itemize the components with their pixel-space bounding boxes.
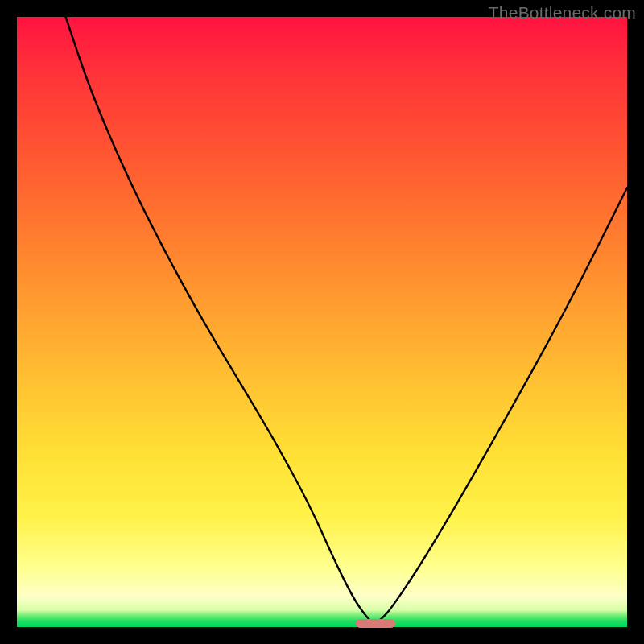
minimum-marker: [356, 619, 395, 628]
watermark-text: TheBottleneck.com: [489, 3, 636, 23]
curve-svg: [17, 17, 627, 627]
chart-frame: TheBottleneck.com: [0, 0, 644, 644]
bottleneck-curve: [66, 17, 627, 622]
plot-area: [17, 17, 627, 627]
